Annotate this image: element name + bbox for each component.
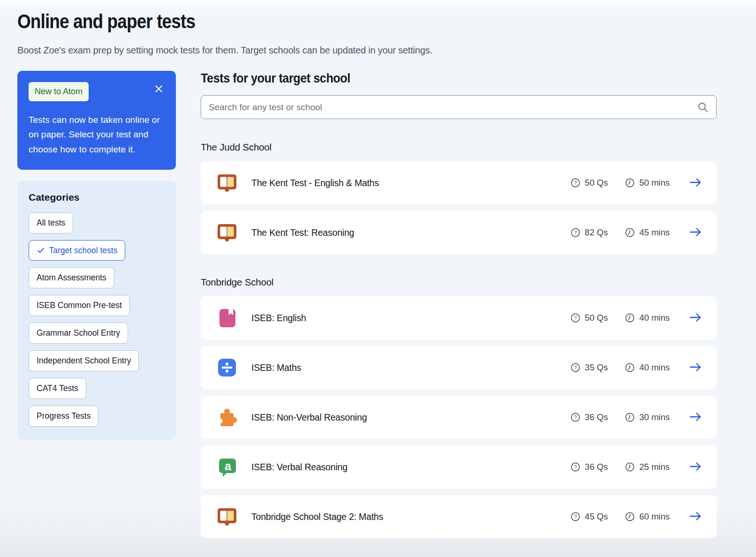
- test-title: The Kent Test: Reasoning: [251, 227, 354, 238]
- question-count: ?35 Qs: [570, 362, 608, 373]
- duration: 45 mins: [625, 227, 670, 238]
- test-row[interactable]: ISEB: Non-Verbal Reasoning ?36 Qs 30 min…: [201, 396, 717, 439]
- new-to-atom-badge: New to Atom: [29, 82, 89, 101]
- svg-text:?: ?: [574, 414, 577, 420]
- test-row[interactable]: aISEB: Verbal Reasoning ?36 Qs 25 mins: [201, 445, 717, 489]
- search-input[interactable]: [209, 102, 697, 113]
- test-row[interactable]: ISEB: English ?50 Qs 40 mins: [201, 296, 717, 339]
- duration-label: 30 mins: [639, 412, 670, 422]
- test-meta: ?50 Qs 50 mins: [570, 178, 670, 188]
- question-circle-icon: ?: [570, 512, 581, 522]
- banner-text: Tests can now be taken online or on pape…: [29, 113, 165, 157]
- category-chip-label: All tests: [37, 218, 65, 228]
- question-count: ?36 Qs: [570, 462, 608, 472]
- question-count-label: 36 Qs: [585, 412, 608, 422]
- category-chip-progress-tests[interactable]: Progress Tests: [29, 406, 98, 427]
- division-icon: [216, 356, 238, 379]
- svg-text:?: ?: [574, 464, 577, 470]
- test-meta: ?45 Qs 60 mins: [570, 512, 670, 522]
- test-title: Tonbridge School Stage 2: Maths: [251, 512, 383, 522]
- question-count-label: 50 Qs: [585, 313, 608, 323]
- question-count: ?50 Qs: [570, 313, 608, 323]
- open-book-icon: [216, 172, 238, 194]
- clock-icon: [625, 313, 635, 323]
- categories-title: Categories: [29, 192, 165, 203]
- arrow-right-icon: [688, 411, 703, 424]
- open-test-button[interactable]: [688, 310, 703, 326]
- test-meta: ?35 Qs 40 mins: [570, 362, 670, 373]
- open-test-button[interactable]: [688, 409, 703, 426]
- open-test-button[interactable]: [688, 175, 703, 191]
- svg-text:?: ?: [574, 180, 577, 186]
- question-count-label: 36 Qs: [585, 462, 608, 472]
- svg-text:?: ?: [574, 315, 577, 321]
- test-row[interactable]: The Kent Test - English & Maths ?50 Qs 5…: [201, 161, 717, 204]
- banner-close-button[interactable]: [153, 83, 165, 96]
- category-chip-label: CAT4 Tests: [37, 384, 78, 393]
- test-meta: ?36 Qs 30 mins: [570, 412, 670, 422]
- arrow-right-icon: [688, 177, 703, 189]
- category-chip-grammar-school-entry[interactable]: Grammar School Entry: [29, 323, 128, 344]
- test-row[interactable]: The Kent Test: Reasoning ?82 Qs 45 mins: [201, 211, 717, 254]
- test-title: ISEB: English: [251, 313, 306, 324]
- category-chip-atom-assessments[interactable]: Atom Assessments: [29, 267, 114, 288]
- category-chip-label: Independent School Entry: [37, 356, 131, 366]
- category-chip-iseb-common-pre-test[interactable]: ISEB Common Pre-test: [29, 295, 130, 316]
- duration: 50 mins: [625, 178, 670, 188]
- duration-label: 45 mins: [639, 227, 670, 238]
- category-chip-independent-school-entry[interactable]: Independent School Entry: [29, 350, 139, 371]
- question-circle-icon: ?: [570, 227, 581, 238]
- test-row[interactable]: Tonbridge School Stage 2: Maths ?45 Qs 6…: [201, 495, 717, 538]
- open-test-button[interactable]: [688, 225, 703, 241]
- svg-text:a: a: [225, 459, 232, 473]
- arrow-right-icon: [688, 361, 703, 374]
- duration-label: 50 mins: [639, 178, 670, 188]
- test-row-list: ISEB: English ?50 Qs 40 mins ISEB: Maths…: [201, 296, 717, 538]
- duration: 40 mins: [625, 362, 670, 373]
- open-test-button[interactable]: [688, 360, 703, 376]
- new-to-atom-banner: New to Atom Tests can now be taken onlin…: [17, 71, 176, 170]
- test-title: The Kent Test - English & Maths: [251, 178, 379, 188]
- question-circle-icon: ?: [570, 178, 581, 188]
- category-chip-label: Grammar School Entry: [37, 328, 120, 338]
- test-title: ISEB: Non-Verbal Reasoning: [251, 412, 367, 423]
- school-section: Tonbridge School ISEB: English ?50 Qs 40…: [201, 277, 717, 538]
- school-section-label: Tonbridge School: [201, 277, 717, 288]
- speech-a-icon: a: [216, 456, 238, 478]
- category-chip-cat4-tests[interactable]: CAT4 Tests: [29, 378, 86, 399]
- puzzle-icon: [216, 406, 238, 429]
- test-meta: ?50 Qs 40 mins: [570, 313, 670, 323]
- test-row[interactable]: ISEB: Maths ?35 Qs 40 mins: [201, 346, 717, 389]
- school-section-label: The Judd School: [201, 142, 717, 153]
- open-test-button[interactable]: [688, 459, 703, 475]
- duration: 30 mins: [625, 412, 670, 422]
- open-test-button[interactable]: [688, 509, 703, 525]
- test-meta: ?36 Qs 25 mins: [570, 462, 670, 472]
- close-icon: [154, 84, 164, 95]
- question-count-label: 50 Qs: [585, 178, 608, 188]
- search-icon[interactable]: [697, 101, 709, 113]
- test-title: ISEB: Maths: [251, 362, 301, 373]
- svg-text:?: ?: [574, 514, 577, 519]
- arrow-right-icon: [688, 511, 703, 523]
- question-circle-icon: ?: [570, 412, 581, 422]
- category-chip-all-tests[interactable]: All tests: [29, 212, 73, 233]
- arrow-right-icon: [688, 461, 703, 474]
- clock-icon: [625, 512, 635, 522]
- test-row-list: The Kent Test - English & Maths ?50 Qs 5…: [201, 161, 717, 254]
- duration-label: 40 mins: [639, 313, 670, 323]
- duration-label: 60 mins: [639, 512, 670, 522]
- page-title: Online and paper tests: [17, 10, 195, 33]
- question-count: ?36 Qs: [570, 412, 608, 422]
- clock-icon: [625, 462, 635, 472]
- open-book-icon: [216, 221, 238, 244]
- category-chip-target-school-tests[interactable]: Target school tests: [29, 240, 125, 261]
- question-circle-icon: ?: [570, 462, 581, 472]
- category-chip-label: Target school tests: [49, 246, 118, 256]
- check-icon: [37, 246, 45, 255]
- search-box: [201, 95, 717, 119]
- question-count-label: 35 Qs: [585, 362, 608, 373]
- test-meta: ?82 Qs 45 mins: [570, 227, 670, 238]
- question-count: ?50 Qs: [570, 178, 608, 188]
- test-title: ISEB: Verbal Reasoning: [251, 462, 348, 473]
